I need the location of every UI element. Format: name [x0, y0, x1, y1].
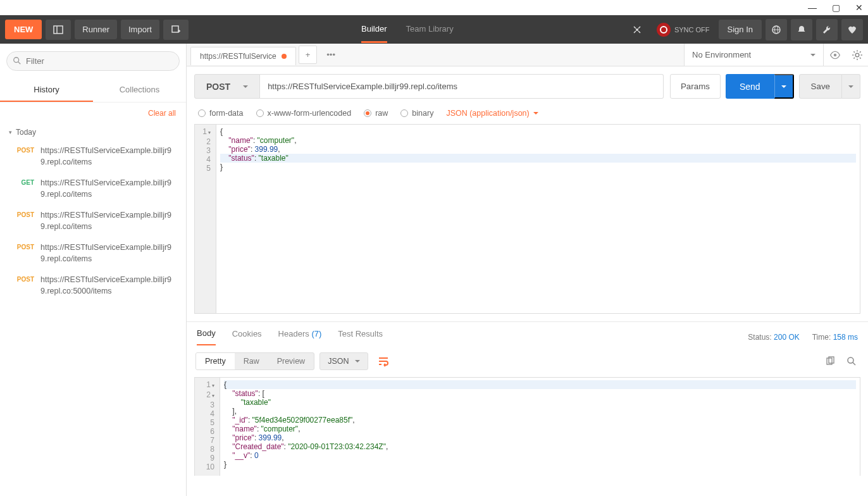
- capture-button[interactable]: [626, 19, 648, 40]
- svg-line-10: [18, 62, 21, 65]
- environment-quicklook-button[interactable]: [824, 44, 846, 66]
- response-tab-cookies[interactable]: Cookies: [232, 329, 262, 345]
- response-tab-body[interactable]: Body: [197, 328, 216, 345]
- top-center-tabs: Builder Team Library: [189, 16, 626, 43]
- send-options-button[interactable]: [774, 74, 794, 99]
- filter-input[interactable]: [6, 51, 180, 71]
- body-type-label: x-www-form-urlencoded: [268, 109, 352, 118]
- history-url: https://RESTfulServiceExample.billjr99.r…: [40, 275, 177, 297]
- save-options-button[interactable]: [842, 74, 860, 99]
- radio-icon: [256, 109, 264, 117]
- eye-icon: [829, 49, 841, 61]
- close-icon[interactable]: ✕: [855, 3, 863, 13]
- sidebar: History Collections Clear all Today POST…: [0, 44, 187, 496]
- svg-rect-0: [54, 26, 63, 34]
- tab-team-library[interactable]: Team Library: [406, 16, 454, 43]
- globe-icon: [771, 25, 781, 35]
- response-body-editor[interactable]: 12345678910 { "status": [ "taxable" ], "…: [194, 377, 860, 476]
- history-item[interactable]: POSThttps://RESTfulServiceExample.billjr…: [0, 205, 186, 237]
- top-right: SYNC OFF Sign In: [626, 19, 863, 40]
- response-tab-label: Headers: [278, 329, 309, 338]
- time-label: Time:: [812, 333, 831, 342]
- import-button[interactable]: Import: [121, 20, 159, 39]
- view-raw[interactable]: Raw: [235, 353, 268, 369]
- body-type-binary[interactable]: binary: [400, 109, 433, 118]
- body-type-form-data[interactable]: form-data: [198, 109, 244, 118]
- content-area: https://RESTfulService + ••• No Environm…: [187, 44, 868, 496]
- history-item[interactable]: POSThttps://RESTfulServiceExample.billjr…: [0, 270, 186, 302]
- heart-icon: [847, 25, 857, 35]
- bell-icon: [797, 25, 807, 35]
- history-list: POSThttps://RESTfulServiceExample.billjr…: [0, 140, 186, 302]
- raw-content-type-selector[interactable]: JSON (application/json): [446, 109, 538, 118]
- time-value: 158 ms: [833, 333, 858, 342]
- send-button[interactable]: Send: [726, 74, 774, 99]
- chevron-down-icon: [810, 54, 815, 59]
- svg-point-15: [848, 357, 853, 363]
- environment-label: No Environment: [692, 50, 751, 59]
- body-type-row: form-data x-www-form-urlencoded raw bina…: [187, 106, 868, 124]
- maximize-icon[interactable]: ▢: [832, 3, 840, 13]
- sidebar-tab-collections[interactable]: Collections: [93, 78, 186, 102]
- sidebar-tab-history[interactable]: History: [0, 78, 93, 102]
- url-input[interactable]: [260, 74, 664, 99]
- response-format-selector[interactable]: JSON: [319, 352, 368, 370]
- request-body-editor[interactable]: 12345 { "name": "computer", "price": 399…: [194, 124, 860, 314]
- raw-type-label: JSON (application/json): [446, 109, 529, 118]
- history-method: POST: [9, 242, 34, 264]
- environment-settings-button[interactable]: [846, 44, 868, 66]
- browse-button[interactable]: [766, 19, 787, 40]
- heart-button[interactable]: [841, 19, 863, 40]
- clear-all-link[interactable]: Clear all: [0, 102, 186, 124]
- body-type-raw[interactable]: raw: [364, 109, 388, 118]
- request-tabs: https://RESTfulService + •••: [187, 44, 684, 66]
- response-toolbar: Pretty Raw Preview JSON: [187, 345, 868, 377]
- chevron-down-icon: [781, 85, 786, 90]
- history-item[interactable]: POSThttps://RESTfulServiceExample.billjr…: [0, 140, 186, 173]
- history-item[interactable]: GEThttps://RESTfulServiceExample.billjr9…: [0, 173, 186, 205]
- svg-point-11: [833, 53, 836, 56]
- notifications-button[interactable]: [791, 19, 812, 40]
- history-method: GET: [9, 178, 34, 200]
- wrap-lines-button[interactable]: [373, 352, 394, 371]
- sync-status[interactable]: SYNC OFF: [652, 23, 715, 37]
- copy-response-button[interactable]: [822, 354, 838, 369]
- response-tab-headers[interactable]: Headers (7): [278, 329, 322, 345]
- history-url: https://RESTfulServiceExample.billjr99.r…: [40, 210, 177, 232]
- view-pretty[interactable]: Pretty: [196, 353, 235, 369]
- code-area[interactable]: { "name": "computer", "price": 399.99, "…: [216, 125, 860, 313]
- minimize-icon[interactable]: —: [808, 3, 817, 13]
- history-url: https://RESTfulServiceExample.billjr99.r…: [40, 146, 177, 168]
- body-type-label: form-data: [209, 109, 244, 118]
- response-tab-tests[interactable]: Test Results: [338, 329, 383, 345]
- request-tab-label: https://RESTfulService: [200, 52, 276, 61]
- params-button[interactable]: Params: [670, 74, 721, 99]
- new-window-button[interactable]: [163, 20, 189, 40]
- new-button[interactable]: NEW: [5, 20, 42, 39]
- gear-icon: [852, 49, 863, 61]
- line-gutter: 12345: [195, 125, 216, 313]
- sync-label: SYNC OFF: [674, 26, 710, 34]
- tab-options-button[interactable]: •••: [319, 46, 342, 64]
- tab-builder[interactable]: Builder: [361, 16, 387, 43]
- toggle-sidebar-button[interactable]: [46, 20, 71, 40]
- body-type-urlencoded[interactable]: x-www-form-urlencoded: [256, 109, 352, 118]
- history-item[interactable]: POSThttps://RESTfulServiceExample.billjr…: [0, 237, 186, 270]
- response-status: Status: 200 OK Time: 158 ms: [748, 333, 858, 342]
- method-selector[interactable]: POST: [194, 74, 260, 99]
- save-button[interactable]: Save: [799, 74, 842, 99]
- history-group-today[interactable]: Today: [0, 124, 186, 140]
- environment-selector[interactable]: No Environment: [684, 44, 823, 66]
- wrap-icon: [378, 356, 389, 367]
- svg-rect-2: [172, 26, 178, 32]
- svg-point-12: [855, 53, 859, 57]
- add-tab-button[interactable]: +: [299, 46, 318, 64]
- response-tabs: Body Cookies Headers (7) Test Results St…: [187, 321, 868, 345]
- request-tab-active[interactable]: https://RESTfulService: [190, 47, 296, 65]
- view-preview[interactable]: Preview: [268, 353, 314, 369]
- settings-button[interactable]: [816, 19, 838, 40]
- search-response-button[interactable]: [844, 354, 859, 369]
- svg-line-16: [853, 363, 855, 365]
- runner-button[interactable]: Runner: [75, 20, 117, 39]
- sign-in-button[interactable]: Sign In: [719, 20, 762, 39]
